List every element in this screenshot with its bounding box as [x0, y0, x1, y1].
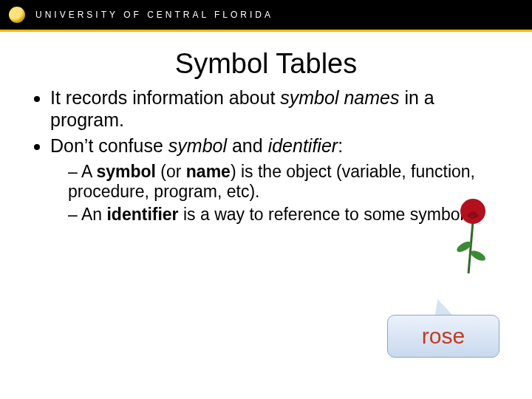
text: :	[338, 135, 343, 156]
text: is a way to reference to some symbol.	[179, 205, 468, 224]
text: and	[227, 135, 268, 156]
text: It records information about	[50, 87, 280, 108]
slide-title: Symbol Tables	[0, 48, 532, 80]
slide: UNIVERSITY OF CENTRAL FLORIDA Symbol Tab…	[0, 0, 532, 399]
text: A	[81, 162, 96, 181]
bold: symbol	[96, 162, 156, 181]
ucf-logo-icon	[9, 7, 25, 23]
rose-image	[445, 194, 497, 275]
org-name: UNIVERSITY OF CENTRAL FLORIDA	[35, 10, 273, 20]
callout-label: rose	[422, 324, 465, 349]
emphasis: identifier	[268, 135, 338, 156]
bold: identifier	[106, 205, 178, 224]
svg-point-2	[469, 248, 487, 262]
emphasis: symbol names	[280, 87, 399, 108]
emphasis: symbol	[168, 135, 227, 156]
bullet-2: Don’t confuse symbol and identifier: A s…	[50, 135, 510, 225]
sub-bullet-2: An identifier is a way to reference to s…	[68, 205, 510, 225]
callout-rose: rose	[387, 315, 499, 358]
header-bar: UNIVERSITY OF CENTRAL FLORIDA	[0, 0, 532, 30]
sub-bullet-1: A symbol (or name) is the object (variab…	[68, 162, 510, 202]
text: (or	[156, 162, 186, 181]
rose-icon	[445, 194, 497, 275]
text: An	[81, 205, 107, 224]
bold: name	[186, 162, 231, 181]
bullet-1: It records information about symbol name…	[50, 87, 510, 131]
gold-rule	[0, 30, 532, 32]
text: Don’t confuse	[50, 135, 168, 156]
